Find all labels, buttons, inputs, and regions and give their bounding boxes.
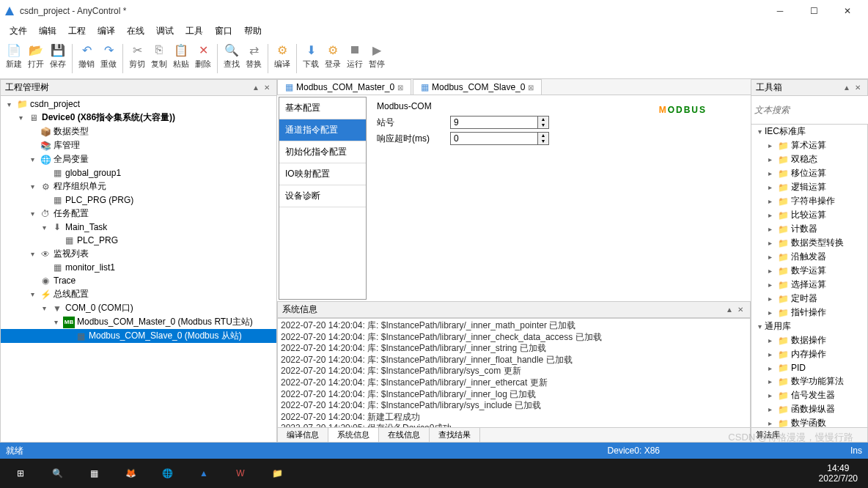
sidenav-item[interactable]: IO映射配置	[279, 163, 366, 185]
toolbar-运行[interactable]: ⏹运行	[344, 41, 366, 71]
toolbar-打开[interactable]: 📂打开	[25, 41, 47, 71]
menu-窗口[interactable]: 窗口	[209, 23, 238, 40]
log-tab-查找结果[interactable]: 查找结果	[430, 428, 480, 442]
syslog-close-icon[interactable]: ✕	[735, 306, 746, 314]
toolbar-撤销[interactable]: ↶撤销	[76, 41, 98, 71]
menu-调试[interactable]: 调试	[150, 23, 180, 40]
toolbar-重做[interactable]: ↷重做	[98, 41, 119, 71]
anycontrol-icon[interactable]: ▲	[186, 459, 221, 488]
taskbar-clock[interactable]: 14:49 2022/7/20	[812, 463, 865, 484]
sidenav-item[interactable]: 初始化指令配置	[279, 141, 366, 163]
panel-close-icon[interactable]: ✕	[262, 84, 272, 92]
toolbox-close-icon[interactable]: ✕	[853, 84, 863, 92]
tree-node[interactable]: ▾📁csdn_project	[1, 97, 276, 111]
toolbar-替换[interactable]: ⇄替换	[243, 41, 265, 71]
chrome-icon[interactable]: 🌐	[150, 459, 185, 488]
station-input[interactable]	[450, 116, 538, 129]
maximize-button[interactable]: ☐	[797, 0, 831, 22]
toolbox-float-icon[interactable]: ▲	[841, 84, 853, 92]
toolbar-登录[interactable]: ⚙登录	[322, 41, 344, 71]
toolbar-新建[interactable]: 📄新建	[3, 41, 25, 71]
toolbar-查找[interactable]: 🔍查找	[221, 41, 243, 71]
toolbox-item[interactable]: ▸📁移位运算	[751, 166, 867, 180]
toolbox-item[interactable]: ▸📁字符串操作	[751, 194, 867, 208]
toolbox-item[interactable]: ▸📁信号发生器	[751, 388, 867, 402]
timeout-down[interactable]: ▼	[538, 138, 548, 144]
tree-node[interactable]: ▾MBModbus_COM_Master_0 (Modbus RTU主站)	[1, 315, 276, 329]
toolbox-tree[interactable]: ▾IEC标准库▸📁算术运算▸📁双稳态▸📁移位运算▸📁逻辑运算▸📁字符串操作▸📁比…	[751, 125, 868, 428]
tree-node[interactable]: ▾▼COM_0 (COM口)	[1, 301, 276, 315]
toolbox-item[interactable]: ▸📁双稳态	[751, 152, 867, 166]
toolbar-剪切[interactable]: ✂剪切	[126, 41, 148, 71]
timeout-up[interactable]: ▲	[538, 133, 548, 138]
toolbar-复制[interactable]: ⎘复制	[148, 41, 170, 71]
tree-node[interactable]: ▾🌐全局变量	[1, 152, 276, 166]
toolbox-item[interactable]: ▸📁函数操纵器	[751, 402, 867, 416]
toolbox-item[interactable]: ▸📁数据操作	[751, 333, 867, 347]
tree-node[interactable]: ▾⏱任务配置	[1, 207, 276, 221]
station-up[interactable]: ▲	[538, 117, 548, 122]
tab-close-icon[interactable]: ⊠	[528, 84, 534, 92]
tree-node[interactable]: ▾⚡总线配置	[1, 287, 276, 301]
station-down[interactable]: ▼	[538, 122, 548, 128]
menu-文件[interactable]: 文件	[4, 23, 33, 40]
toolbar-编译[interactable]: ⚙编译	[271, 41, 293, 71]
start-button[interactable]: ⊞	[3, 459, 38, 488]
tree-node[interactable]: ▦PLC_PRG	[1, 234, 276, 247]
tab-Modbus_COM_Master_0[interactable]: ▦Modbus_COM_Master_0⊠	[277, 79, 411, 95]
tab-close-icon[interactable]: ⊠	[397, 84, 403, 92]
tree-node[interactable]: ▦monitor_list1	[1, 261, 276, 274]
project-tree[interactable]: ▾📁csdn_project▾🖥Device0 (X86指令集系统(大容量))📦…	[0, 96, 277, 443]
menu-在线[interactable]: 在线	[121, 23, 150, 40]
tree-node[interactable]: 📚库管理	[1, 138, 276, 152]
syslog-messages[interactable]: 2022-07-20 14:20:04: 库: $InstancePath/li…	[277, 318, 751, 428]
log-tab-在线信息[interactable]: 在线信息	[379, 428, 430, 442]
minimize-button[interactable]: ─	[763, 0, 797, 22]
tree-node[interactable]: ▦PLC_PRG (PRG)	[1, 193, 276, 207]
tree-node[interactable]: ▾⬇Main_Task	[1, 221, 276, 234]
menu-帮助[interactable]: 帮助	[238, 23, 268, 40]
firefox-icon[interactable]: 🦊	[113, 459, 148, 488]
log-tab-系统信息[interactable]: 系统信息	[328, 428, 379, 442]
toolbar-删除[interactable]: ✕删除	[192, 41, 214, 71]
tree-node[interactable]: ▾🖥Device0 (X86指令集系统(大容量))	[1, 111, 276, 125]
toolbox-item[interactable]: ▸📁比较运算	[751, 208, 867, 222]
toolbox-item[interactable]: ▸📁内存操作	[751, 347, 867, 361]
toolbox-item[interactable]: ▸📁数学函数	[751, 416, 867, 428]
toolbox-item[interactable]: ▸📁选择运算	[751, 278, 867, 292]
wps-icon[interactable]: W	[223, 459, 258, 488]
toolbox-item[interactable]: ▸📁数学运算	[751, 264, 867, 278]
toolbox-item[interactable]: ▸📁逻辑运算	[751, 180, 867, 194]
tree-node[interactable]: ▾⚙程序组织单元	[1, 180, 276, 193]
menu-编辑[interactable]: 编辑	[33, 23, 62, 40]
toolbar-下载[interactable]: ⬇下载	[300, 41, 322, 71]
toolbox-search-input[interactable]	[751, 96, 868, 124]
tree-node[interactable]: 📦数据类型	[1, 125, 276, 138]
log-tab-编译信息[interactable]: 编译信息	[278, 428, 328, 442]
tree-node[interactable]: ◉Trace	[1, 274, 276, 287]
toolbar-暂停[interactable]: ▶暂停	[366, 41, 388, 71]
panel-float-icon[interactable]: ▲	[250, 84, 262, 92]
sidenav-item[interactable]: 设备诊断	[279, 185, 366, 207]
syslog-float-icon[interactable]: ▲	[724, 306, 735, 314]
toolbox-item[interactable]: ▸📁数据类型转换	[751, 236, 867, 250]
explorer-icon[interactable]: 📁	[260, 459, 295, 488]
sidenav-item[interactable]: 基本配置	[279, 97, 366, 119]
close-button[interactable]: ✕	[831, 0, 864, 22]
sidenav-item[interactable]: 通道指令配置	[279, 119, 366, 141]
tree-node[interactable]: ▾👁监视列表	[1, 247, 276, 261]
toolbox-item[interactable]: ▾IEC标准库	[751, 125, 867, 138]
menu-编译[interactable]: 编译	[92, 23, 121, 40]
toolbox-item[interactable]: ▸📁算术运算	[751, 138, 867, 152]
toolbar-保存[interactable]: 💾保存	[47, 41, 69, 71]
toolbox-item[interactable]: ▸📁定时器	[751, 292, 867, 306]
tree-node[interactable]: ▦Modbus_COM_Slave_0 (Modbus 从站)	[1, 329, 276, 343]
toolbar-粘贴[interactable]: 📋粘贴	[170, 41, 192, 71]
toolbox-item[interactable]: ▸📁数学功能算法	[751, 374, 867, 388]
toolbox-item[interactable]: ▸📁PID	[751, 361, 867, 374]
toolbox-item[interactable]: ▸📁指针操作	[751, 306, 867, 319]
toolbox-item[interactable]: ▸📁沿触发器	[751, 250, 867, 264]
timeout-input[interactable]	[450, 132, 538, 145]
task-view-icon[interactable]: ▦	[76, 459, 111, 488]
toolbox-item[interactable]: ▾通用库	[751, 319, 867, 333]
